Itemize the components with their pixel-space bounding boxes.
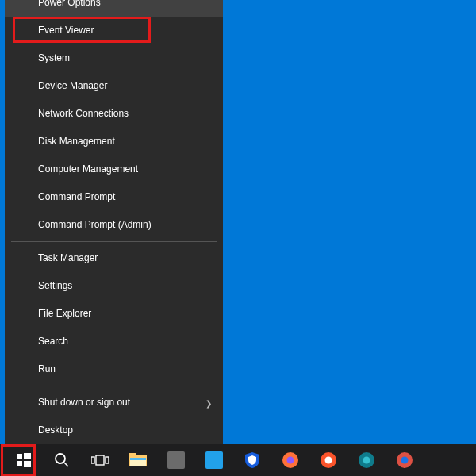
bitwarden-icon [244, 451, 261, 469]
gimp-icon [167, 451, 185, 469]
menu-item-label: Command Prompt [38, 191, 115, 202]
menu-item-disk-management[interactable]: Disk Management [5, 128, 223, 155]
menu-item-label: Network Connections [38, 108, 129, 119]
menu-item-label: Command Prompt (Admin) [38, 219, 152, 230]
svg-rect-3 [24, 461, 31, 467]
menu-separator [11, 386, 217, 386]
menu-item-search[interactable]: Search [5, 328, 223, 355]
menu-item-shut-down-or-sign-out[interactable]: Shut down or sign out❯ [5, 389, 223, 416]
menu-item-label: Settings [38, 280, 72, 291]
svg-point-19 [401, 457, 409, 464]
svg-rect-7 [106, 457, 109, 463]
svg-rect-1 [24, 453, 31, 459]
menu-item-power-options[interactable]: Power Options [5, 0, 223, 17]
chrome-icon [396, 451, 413, 469]
svg-rect-5 [91, 457, 94, 463]
menu-separator [11, 241, 217, 242]
desktop-background: Mobility CenterPower OptionsEvent Viewer… [0, 0, 476, 476]
start-button[interactable] [5, 444, 43, 476]
menu-item-label: Power Options [38, 0, 101, 8]
menu-item-label: Disk Management [38, 136, 115, 147]
svg-point-13 [287, 457, 294, 464]
menu-item-network-connections[interactable]: Network Connections [5, 100, 223, 128]
svg-rect-6 [96, 455, 104, 465]
menu-item-system[interactable]: System [5, 44, 223, 72]
menu-item-computer-management[interactable]: Computer Management [5, 155, 223, 183]
menu-item-label: Event Viewer [38, 25, 94, 36]
menu-item-label: Shut down or sign out [38, 397, 130, 408]
taskbar [0, 444, 476, 476]
svg-point-17 [363, 457, 370, 464]
svg-rect-11 [130, 458, 146, 460]
menu-item-label: File Explorer [38, 308, 91, 319]
svg-rect-0 [17, 454, 22, 459]
menu-item-command-prompt-admin[interactable]: Command Prompt (Admin) [5, 211, 223, 239]
menu-item-command-prompt[interactable]: Command Prompt [5, 183, 223, 211]
svg-rect-2 [17, 461, 22, 466]
chrome-taskbar[interactable] [386, 444, 424, 476]
bitwarden-taskbar[interactable] [233, 444, 271, 476]
svg-point-4 [56, 454, 65, 463]
menu-item-task-manager[interactable]: Task Manager [5, 244, 223, 272]
menu-item-device-manager[interactable]: Device Manager [5, 72, 223, 100]
task-view-icon [91, 454, 109, 466]
firefox-taskbar[interactable] [271, 444, 309, 476]
task-view-button[interactable] [81, 444, 119, 476]
menu-item-settings[interactable]: Settings [5, 272, 223, 300]
menu-item-label: Desktop [38, 424, 73, 436]
svg-rect-9 [129, 453, 136, 457]
vscode-icon [205, 451, 223, 469]
brave-taskbar[interactable] [309, 444, 347, 476]
edge-icon [358, 451, 375, 469]
file-explorer-icon [129, 453, 147, 467]
brave-icon [320, 451, 337, 469]
chevron-right-icon: ❯ [205, 389, 212, 416]
firefox-icon [282, 451, 299, 469]
search-icon [54, 452, 70, 468]
windows-logo-icon [17, 453, 31, 467]
file-explorer-taskbar[interactable] [119, 444, 157, 476]
menu-item-run[interactable]: Run [5, 355, 223, 383]
gimp-taskbar[interactable] [157, 444, 195, 476]
menu-item-file-explorer[interactable]: File Explorer [5, 300, 223, 328]
menu-item-desktop[interactable]: Desktop [5, 416, 223, 444]
menu-item-label: Task Manager [38, 252, 98, 263]
menu-item-label: Run [38, 363, 56, 374]
menu-item-label: Search [38, 336, 68, 347]
menu-item-label: Device Manager [38, 80, 107, 91]
search-button[interactable] [43, 444, 81, 476]
menu-item-label: System [38, 52, 70, 63]
edge-taskbar[interactable] [347, 444, 386, 476]
svg-point-15 [325, 457, 332, 464]
vscode-taskbar[interactable] [195, 444, 233, 476]
menu-item-label: Computer Management [38, 163, 138, 175]
menu-item-event-viewer[interactable]: Event Viewer [5, 17, 223, 44]
power-user-menu: Mobility CenterPower OptionsEvent Viewer… [5, 0, 223, 444]
